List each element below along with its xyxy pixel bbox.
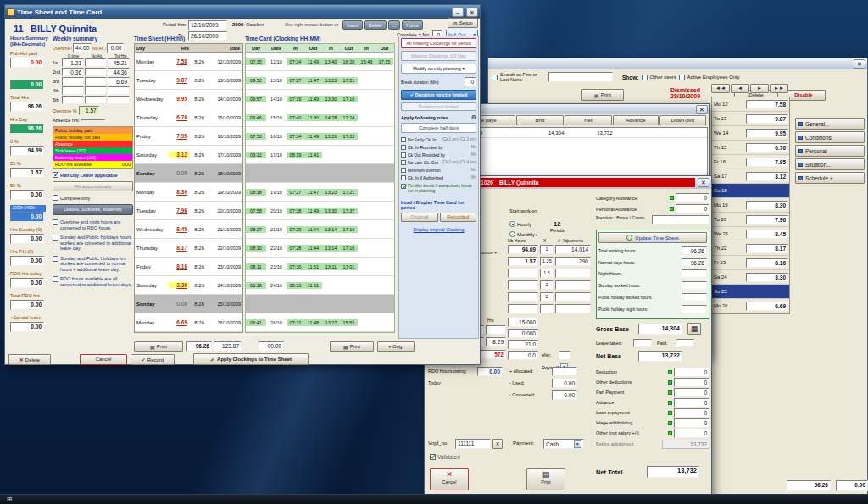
cell-clock-out[interactable]: 11:51 bbox=[304, 263, 322, 270]
cell-clock-in[interactable]: 07:27 bbox=[287, 77, 304, 84]
cell-clock-out[interactable]: 17:16 bbox=[340, 96, 358, 102]
cell-clock-out[interactable]: 16:28 bbox=[340, 58, 358, 65]
time-card-row[interactable] bbox=[246, 164, 394, 183]
time-sheet-row[interactable]: Tuesday 7.96 8.26 20/10/2009 bbox=[135, 202, 242, 220]
cell-clock-in[interactable]: 13:30 bbox=[322, 208, 340, 214]
active-only-checkbox[interactable] bbox=[679, 75, 685, 80]
week-noatt[interactable] bbox=[85, 77, 107, 86]
deduction-value[interactable]: 0 bbox=[674, 418, 709, 428]
cell-hours-link[interactable]: 3.12 bbox=[169, 152, 189, 158]
col-advance[interactable]: Advance bbox=[613, 115, 659, 125]
grid-multiplier[interactable]: 2 bbox=[540, 292, 554, 302]
record-button[interactable]: ✔Record bbox=[131, 354, 175, 365]
cell-hours-link[interactable]: 0.00 bbox=[169, 170, 189, 176]
grid-hours[interactable] bbox=[508, 269, 538, 278]
cell-day-total[interactable]: 08:10 bbox=[246, 245, 266, 252]
col-date[interactable]: Date bbox=[266, 46, 287, 51]
after-value-field[interactable]: 0.0 bbox=[508, 351, 538, 360]
time-sheet-row[interactable]: Monday 6.69 8.26 26/10/2009 bbox=[135, 313, 242, 332]
day-hours-row[interactable]: Th 22 8.17 bbox=[712, 241, 789, 256]
cell-day-total[interactable]: 08:27 bbox=[246, 226, 266, 233]
rule-checkbox[interactable] bbox=[401, 160, 406, 165]
section-button[interactable]: General... bbox=[795, 118, 865, 130]
day-hours-value[interactable]: 7.58 bbox=[746, 100, 788, 109]
nav-first-icon[interactable]: ◄◄ bbox=[711, 84, 730, 93]
cell-clock-out[interactable]: 17:23 bbox=[340, 133, 358, 140]
week-noatt[interactable] bbox=[85, 58, 107, 67]
day-hours-row[interactable]: Mo 12 7.58 bbox=[712, 97, 789, 112]
week-otime[interactable] bbox=[62, 86, 84, 95]
display-original-clocking-link[interactable]: Display original Clocking bbox=[401, 227, 476, 232]
rule-checkbox[interactable] bbox=[401, 168, 406, 173]
record-action-button[interactable]: Home bbox=[402, 20, 423, 30]
cell-clock-in[interactable]: 07:40 bbox=[287, 114, 304, 121]
time-sheet-row[interactable]: Saturday 3.30 8.26 24/10/2009 bbox=[135, 276, 242, 295]
cell-clock-in[interactable]: 13:40 bbox=[322, 58, 340, 65]
cell-clock-in[interactable]: 07:34 bbox=[287, 58, 304, 65]
cell-clock-out[interactable]: 11:44 bbox=[304, 226, 322, 233]
time-card-row[interactable]: 08:18 19/10 07:27 11:47 13:23 17:21 bbox=[246, 183, 394, 202]
cell-day-total[interactable]: 03:12 bbox=[246, 152, 266, 158]
time-sheet-row[interactable]: Monday 8.30 8.26 19/10/2009 bbox=[135, 183, 242, 202]
time-card-row[interactable]: 08:11 23/10 07:30 11:51 13:11 17:01 bbox=[246, 258, 394, 276]
day-hours-row[interactable]: Mo 26 6.69 bbox=[712, 299, 789, 313]
calculator-icon[interactable]: ▦ bbox=[687, 323, 701, 335]
close-icon[interactable]: ✕ bbox=[854, 59, 865, 69]
time-card-row[interactable]: 08:27 21/10 07:29 11:44 13:14 17:16 bbox=[246, 220, 394, 239]
time-card-row[interactable]: 07:58 20/10 07:38 11:49 13:30 17:37 bbox=[246, 202, 394, 220]
cell-clock-out[interactable]: 17:01 bbox=[340, 263, 358, 270]
week-total[interactable]: 44.36 bbox=[108, 68, 130, 76]
modify-weekly-planning-button[interactable]: Modify weekly planning ▾ bbox=[401, 64, 476, 74]
duration-limited-button[interactable]: ✓ Duration strictly limited bbox=[401, 90, 476, 100]
cancel-bill-button[interactable]: ✕ Cancel bbox=[430, 468, 469, 490]
break-duration-field[interactable]: 0 bbox=[465, 77, 476, 86]
after-extra-field[interactable] bbox=[559, 351, 570, 360]
time-sheet-row[interactable]: Tuesday 9.87 8.26 13/10/2009 bbox=[135, 71, 242, 90]
section-button[interactable]: Schedule + bbox=[795, 172, 865, 184]
monthly-radio[interactable]: Monthly+ bbox=[509, 231, 538, 237]
cell-clock-in[interactable]: 13:27 bbox=[322, 319, 340, 326]
deduction-value[interactable]: 0 bbox=[674, 398, 709, 407]
day-hours-value[interactable]: 3.30 bbox=[746, 273, 788, 282]
time-sheet-row[interactable]: Sunday 0.00 8.26 18/10/2009 bbox=[135, 164, 242, 183]
week-otime[interactable] bbox=[62, 77, 84, 86]
col-in2[interactable]: In bbox=[322, 46, 340, 51]
col-out2[interactable]: Out bbox=[340, 46, 358, 51]
cell-day-total[interactable]: 08:11 bbox=[246, 263, 266, 270]
clear-vnpfno-icon[interactable]: ✕ bbox=[492, 439, 503, 449]
time-card-row[interactable]: 08:10 22/10 07:28 11:44 13:14 17:16 bbox=[246, 239, 394, 258]
cell-clock-in[interactable]: 13:23 bbox=[322, 189, 340, 196]
time-sheet-row[interactable]: Friday 8.16 8.26 23/10/2009 bbox=[135, 258, 242, 276]
time-sheet-row[interactable]: Wednesday 9.95 8.26 14/10/2009 bbox=[135, 90, 242, 108]
flexible-break-checkbox[interactable]: Flexible break if compulsory break set i… bbox=[401, 184, 476, 193]
nav-next-icon[interactable]: ► bbox=[750, 84, 769, 93]
cell-clock-in[interactable]: 07:34 bbox=[287, 133, 304, 140]
cell-hours-link[interactable]: 8.17 bbox=[169, 245, 189, 251]
cell-day-total[interactable]: 07:58 bbox=[246, 208, 266, 214]
time-sheet-row[interactable]: Thursday 6.76 8.26 15/10/2009 bbox=[135, 108, 242, 127]
cell-hours-link[interactable]: 0.00 bbox=[169, 301, 189, 307]
day-hours-row[interactable]: Sa 24 3.30 bbox=[712, 270, 789, 285]
day-hours-row[interactable]: Tu 20 7.96 bbox=[712, 213, 789, 227]
cancel-button[interactable]: Cancel bbox=[80, 354, 127, 365]
rule-checkbox[interactable] bbox=[401, 152, 406, 158]
cell-clock-out[interactable]: 11:49 bbox=[304, 208, 322, 214]
time-sheet-row[interactable]: Sunday 0.00 8.26 25/10/2009 bbox=[135, 295, 242, 313]
paid-field[interactable] bbox=[676, 339, 694, 347]
day-hours-value[interactable]: 8.17 bbox=[746, 244, 788, 253]
nav-prev-icon[interactable]: ◄ bbox=[731, 84, 749, 93]
apply-clockings-button[interactable]: ✔Apply Clockings to Time Sheet bbox=[193, 353, 309, 365]
day-hours-row[interactable]: Su 18 bbox=[712, 184, 789, 198]
cell-day-total[interactable]: 06:41 bbox=[246, 319, 266, 326]
col-day-total[interactable]: Day bbox=[246, 46, 266, 51]
cell-clock-in[interactable]: 14:28 bbox=[322, 114, 340, 121]
cell-hours-link[interactable]: 8.30 bbox=[169, 189, 189, 195]
day-hours-value[interactable] bbox=[746, 291, 788, 292]
search-checkbox[interactable] bbox=[492, 75, 498, 80]
time-card-row[interactable]: 09:52 13/10 07:27 11:47 13:23 17:21 bbox=[246, 71, 394, 90]
cell-clock-out[interactable]: 11:48 bbox=[304, 319, 322, 326]
plus-orig-button[interactable]: + Orig. bbox=[377, 341, 415, 352]
day-hours-value[interactable]: 6.76 bbox=[746, 143, 788, 152]
allowance-value[interactable]: 0 bbox=[676, 204, 709, 213]
grid-hours[interactable] bbox=[508, 280, 538, 290]
